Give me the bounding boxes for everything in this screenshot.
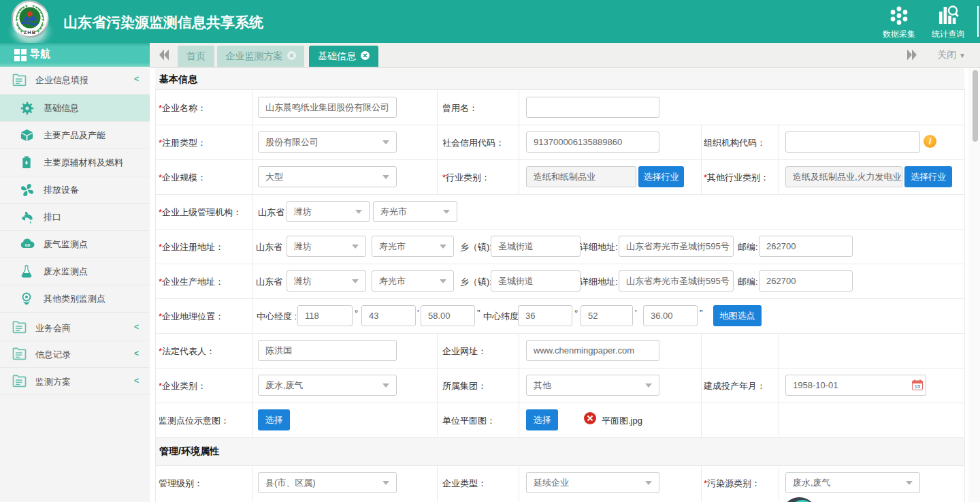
svg-text:co: co [25, 242, 31, 247]
svg-text:ZHB: ZHB [24, 29, 36, 35]
svg-text:15: 15 [915, 383, 920, 390]
